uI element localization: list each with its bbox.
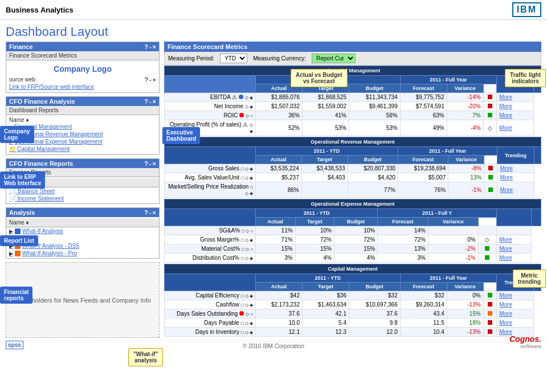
close-icon[interactable]: × — [153, 43, 156, 50]
table-row: Days Payable □ ◇ ◈ 10.05.49.811.518% Mor… — [165, 318, 541, 328]
more-link[interactable]: More — [497, 182, 534, 198]
more-link[interactable]: More — [497, 300, 534, 309]
more-link[interactable]: More — [497, 93, 534, 102]
app-header: Business Analytics IBM — [0, 0, 547, 20]
list-item[interactable]: 📁Capital Management — [9, 145, 156, 153]
table-row: Avg. Sales Value/Unit □ ◇ ◈ $5,237$4,403… — [165, 173, 541, 182]
chevron-icon: ▶ — [9, 228, 13, 234]
table-row: Gross Margin% □ ◇ ◈ 71%72%72%72%0% ◇ Mor… — [165, 235, 541, 244]
copyright: © 2010 IBM Corporation — [243, 343, 304, 349]
question-icon[interactable]: ? — [144, 43, 148, 50]
company-logo-body: Company Logo ource web ? - × Link to FRP… — [6, 60, 159, 92]
question-icon4[interactable]: ? — [144, 160, 148, 167]
table-row: EBITDA ⚠ ◇ ◈ $1,885,076$1,868,525$11,343… — [165, 93, 541, 102]
more-link[interactable]: More — [497, 291, 534, 300]
measuring-currency-select[interactable]: Report Cur — [312, 54, 356, 63]
minimize-icon[interactable]: - — [149, 43, 152, 50]
more-link[interactable]: More — [497, 244, 532, 254]
table-row: Cashflow □ ◇ ◈ $2,173,232$1,463,634$10,6… — [165, 300, 541, 309]
close-icon2[interactable]: × — [153, 76, 156, 83]
main-content: Finance ? - × Finance Scorecard Metrics … — [0, 42, 547, 341]
cfo-analysis-header: CFO Finance Analysis ? - × — [6, 97, 159, 106]
scorecard-header: Finance Scorecard Metrics — [164, 42, 541, 52]
table-row: Market/Selling Price Realization □ ◇ ◈ 8… — [165, 182, 541, 198]
finance-section: Finance ? - × Finance Scorecard Metrics … — [6, 42, 160, 93]
placeholder-text: Place holders for News Feeds and Company… — [14, 297, 151, 304]
cognos-logo: Cognos. software — [509, 334, 541, 349]
question-icon5[interactable]: ? — [144, 209, 148, 216]
close-icon3[interactable]: × — [153, 98, 156, 105]
trending-indicator — [488, 302, 492, 307]
table-row: ROIC ◇ ○ 36%41%56%63%7% More — [165, 111, 541, 120]
measuring-period-select[interactable]: YTD — [220, 54, 247, 63]
trending-indicator — [488, 104, 492, 108]
table-row: Net Income ◇ ◈ $1,507,032$1,559,002$9,46… — [165, 102, 541, 111]
company-logo-text: Company Logo — [9, 62, 156, 76]
what-if-callout: "What-if" analysis — [128, 348, 163, 366]
chevron-icon: ▶ — [9, 251, 13, 256]
revenue-management-table: Operational Revenue Management 2011 - YT… — [164, 137, 541, 198]
scorecard-metrics-label: Finance Scorecard Metrics — [6, 51, 159, 60]
expense-management-table: Operational Expense Management 2011 - YT… — [164, 199, 541, 263]
name-col-label: Name ♦ — [9, 117, 156, 123]
dashboard-reports-label: Dashboard Reports — [6, 106, 159, 115]
table-row: Days Sales Outstanding ◇ ○ 37.642.137.64… — [165, 309, 541, 318]
more-link[interactable]: More — [497, 111, 534, 120]
trending-indicator — [488, 293, 492, 297]
executive-dashboard-callout: Executive Dashboard — [162, 127, 200, 144]
trending-indicator — [488, 166, 493, 170]
more-link[interactable]: More — [497, 164, 534, 173]
what-if-pro-link[interactable]: ▶ What-If Analysis - Pro — [6, 250, 159, 257]
company-logo-callout: Company Logo — [0, 126, 34, 143]
source-web-text: ource web — [9, 76, 35, 83]
footer: © 2010 IBM Corporation spss Cognos. soft… — [0, 341, 547, 351]
more-link[interactable]: More — [497, 318, 534, 328]
more-link[interactable]: More — [497, 102, 534, 111]
more-link[interactable]: More — [497, 173, 534, 182]
question-icon3[interactable]: ? — [144, 98, 148, 105]
trending-indicator — [488, 187, 493, 192]
panel-header-icons: ? - × — [144, 43, 156, 50]
metric-trending-callout: Metric trending — [513, 270, 546, 288]
report-list-callout: Report List — [0, 235, 38, 246]
table-row: Days in Inventory □ ◇ ◈ 12.112.312.010.4… — [165, 328, 541, 337]
income-statement-link[interactable]: 📄 Income Statement — [6, 195, 159, 202]
more-link[interactable]: More — [497, 235, 532, 244]
analysis-section: Analysis ? - × Name ♦ ▶ What-If Analysis… — [6, 207, 160, 259]
traffic-light-callout: Traffic light indicators — [505, 69, 546, 87]
filter-row: Measuring Period: YTD Measuring Currency… — [164, 52, 541, 66]
table-row: Operating Profit (% of sales) ⚠ ◇ ◈ 52%5… — [165, 120, 541, 136]
table-row: Material Cost% □ ◇ ○ 15%15%15%13%-2% Mor… — [165, 244, 541, 254]
minimize-icon5[interactable]: - — [149, 209, 152, 216]
more-link[interactable]: More — [497, 120, 534, 136]
close-icon4[interactable]: × — [153, 160, 156, 167]
trending-indicator — [485, 255, 489, 260]
spss-logo: spss — [6, 341, 23, 349]
table-row: Distribution Cost% □ ◇ ◈ 3%4%4%3%-1% Mor… — [165, 254, 541, 263]
more-link[interactable]: More — [497, 254, 532, 263]
trending-indicator — [488, 320, 492, 325]
link-erp-callout: Link to ERP Web Interface — [0, 172, 45, 189]
trending-indicator — [488, 329, 492, 334]
minimize-icon3[interactable]: - — [149, 98, 152, 105]
what-if-analysis-link[interactable]: ▶ What-If Analysis — [6, 227, 159, 235]
measuring-currency-label: Measuring Currency: — [253, 55, 306, 62]
table-row: Gross Sales □ ◇ ◈ $3,535,224$3,438,533$2… — [165, 164, 541, 173]
table-row: Capital Efficiency □ ◇ ◈ $42$36$32$320% … — [165, 291, 541, 300]
more-link[interactable]: More — [497, 309, 534, 318]
minimize-icon4[interactable]: - — [149, 160, 152, 167]
financial-management-table: Financial Management 2011 - YTD 2011 - F… — [164, 66, 541, 136]
question-icon2[interactable]: ? — [145, 76, 148, 83]
page-title: Dashboard Layout — [0, 20, 547, 42]
actual-vs-budget-callout: Actual vs Budget vs Forecast — [291, 69, 348, 87]
trending-indicator — [485, 246, 489, 251]
close-icon5[interactable]: × — [153, 209, 156, 216]
capital-management-table: Capital Management 2011 - YTD 2011 - Ful… — [164, 264, 541, 337]
link-erp[interactable]: Link to FRP/Source web interface — [9, 83, 156, 91]
ibm-logo: IBM — [512, 2, 541, 17]
trending-indicator — [488, 311, 492, 316]
minimize-icon2[interactable]: - — [149, 76, 152, 83]
analysis-icon-orange2 — [15, 251, 21, 256]
finance-header: Finance ? - × — [6, 42, 159, 51]
app-title: Business Analytics — [6, 6, 74, 14]
